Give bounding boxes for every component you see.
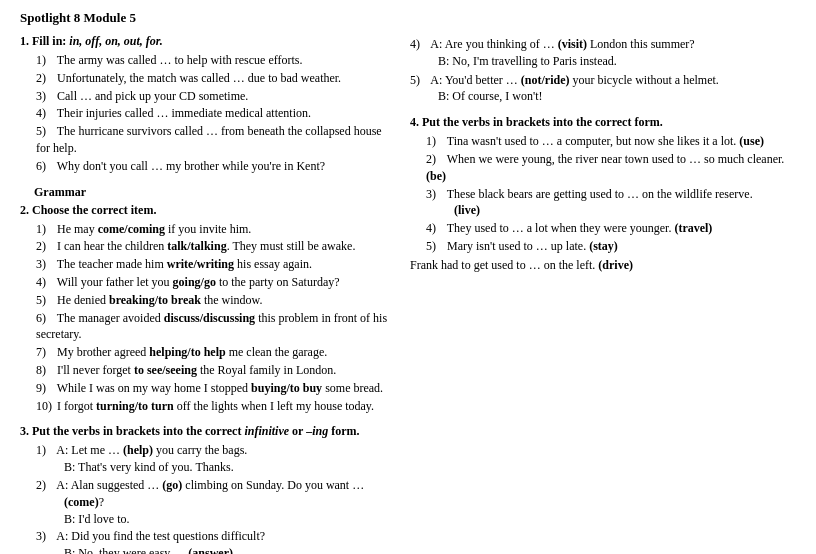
fill-in-number: 1.	[20, 34, 29, 48]
list-item: 2) I can hear the children talk/talking.…	[36, 238, 390, 255]
choose-correct-list: 1) He may come/coming if you invite him.…	[20, 221, 390, 415]
section-right-top: 4) A: Are you thinking of … (visit) Lond…	[410, 36, 796, 105]
fill-in-title: 1. Fill in: in, off, on, out, for.	[20, 34, 390, 49]
fill-in-label: Fill in:	[32, 34, 66, 48]
list-item: 8) I'll never forget to see/seeing the R…	[36, 362, 390, 379]
list-item: 4) A: Are you thinking of … (visit) Lond…	[410, 36, 796, 70]
list-item: 4) They used to … a lot when they were y…	[426, 220, 796, 237]
put-verbs-inf-title: 3. Put the verbs in brackets into the co…	[20, 424, 390, 439]
list-item: 4) Their injuries called … immediate med…	[36, 105, 390, 122]
list-item: 3) These black bears are getting used to…	[426, 186, 796, 220]
list-item: 2) A: Alan suggested … (go) climbing on …	[36, 477, 390, 527]
put-verbs-correct-list: 1) Tina wasn't used to … a computer, but…	[410, 133, 796, 255]
section-fill-in: 1. Fill in: in, off, on, out, for. 1) Th…	[20, 34, 390, 175]
list-item: 5) He denied breaking/to break the windo…	[36, 292, 390, 309]
put-verbs-inf-number: 3.	[20, 424, 29, 438]
section-choose-correct: 2. Choose the correct item. 1) He may co…	[20, 203, 390, 415]
fill-in-list: 1) The army was called … to help with re…	[20, 52, 390, 175]
put-verbs-correct-number: 4.	[410, 115, 419, 129]
list-item: 5) The hurricane survivors called … from…	[36, 123, 390, 157]
put-verbs-correct-title: 4. Put the verbs in brackets into the co…	[410, 115, 796, 130]
dialog-b: B: No, I'm travelling to Paris instead.	[410, 54, 617, 68]
choose-label: Choose the correct item.	[32, 203, 156, 217]
list-item: 5) Mary isn't used to … up late. (stay)	[426, 238, 796, 255]
dialog-b: B: Of course, I won't!	[410, 89, 542, 103]
list-item: 9) While I was on my way home I stopped …	[36, 380, 390, 397]
dialog-continuation: (come)?	[36, 495, 104, 509]
frank-sentence: Frank had to get used to … on the left. …	[410, 258, 796, 273]
dialog-b: B: That's very kind of you. Thanks.	[36, 460, 234, 474]
list-item: 7) My brother agreed helping/to help me …	[36, 344, 390, 361]
list-item: 1) The army was called … to help with re…	[36, 52, 390, 69]
list-item: 2) When we were young, the river near to…	[426, 151, 796, 185]
list-item: 2) Unfortunately, the match was called ……	[36, 70, 390, 87]
list-item: 6) The manager avoided discuss/discussin…	[36, 310, 390, 344]
dialog-b: B: I'd love to.	[36, 512, 130, 526]
list-item: 6) Why don't you call … my brother while…	[36, 158, 390, 175]
list-item: 10) I forgot turning/to turn off the lig…	[36, 398, 390, 415]
verb-live: (live)	[426, 203, 480, 217]
section-put-verbs-inf: 3. Put the verbs in brackets into the co…	[20, 424, 390, 554]
list-item: 4) Will your father let you going/go to …	[36, 274, 390, 291]
list-item: 1) A: Let me … (help) you carry the bags…	[36, 442, 390, 476]
list-item: 3) A: Did you find the test questions di…	[36, 528, 390, 554]
list-item: 3) The teacher made him write/writing hi…	[36, 256, 390, 273]
page-title: Spotlight 8 Module 5	[20, 10, 796, 26]
fill-in-subtitle: in, off, on, out, for.	[69, 34, 162, 48]
list-item: 3) Call … and pick up your CD sometime.	[36, 88, 390, 105]
grammar-label: Grammar	[20, 185, 390, 200]
choose-number: 2.	[20, 203, 29, 217]
list-item: 1) He may come/coming if you invite him.	[36, 221, 390, 238]
right-top-list: 4) A: Are you thinking of … (visit) Lond…	[410, 36, 796, 105]
right-column: 4) A: Are you thinking of … (visit) Lond…	[410, 34, 796, 554]
list-item: 5) A: You'd better … (not/ride) your bic…	[410, 72, 796, 106]
section-put-verbs-correct: 4. Put the verbs in brackets into the co…	[410, 115, 796, 273]
choose-correct-title: 2. Choose the correct item.	[20, 203, 390, 218]
list-item: 1) Tina wasn't used to … a computer, but…	[426, 133, 796, 150]
put-verbs-inf-list: 1) A: Let me … (help) you carry the bags…	[20, 442, 390, 554]
dialog-b: B: No, they were easy … (answer).	[36, 546, 236, 554]
